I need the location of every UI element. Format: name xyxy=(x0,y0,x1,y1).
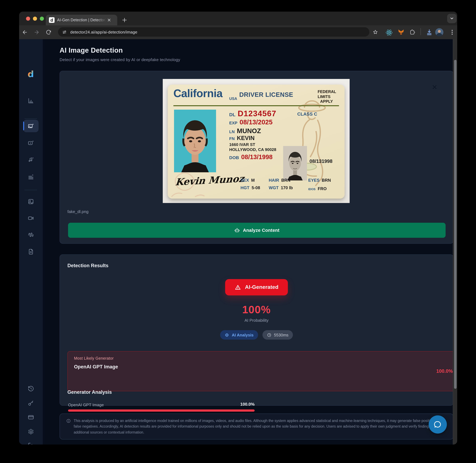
license-portrait xyxy=(174,110,216,172)
sidebar-item-api-keys[interactable] xyxy=(19,400,43,407)
scrollbar-thumb[interactable] xyxy=(454,60,457,389)
sidebar-item-ai-music-detection[interactable] xyxy=(19,156,43,163)
generator-analysis-heading: Generator Analysis xyxy=(67,389,112,395)
license-country: USA xyxy=(229,97,237,101)
minimize-window-button[interactable] xyxy=(33,17,37,20)
processing-time-badge: 5530ms xyxy=(262,330,293,339)
license-wgt-row: WGT170 lb xyxy=(269,186,293,190)
license-card: California USA DRIVER LICENSE FEDERAL LI… xyxy=(168,85,345,199)
license-hair-row: HAIRBRN xyxy=(269,178,291,183)
cpu-chip-icon xyxy=(225,332,229,337)
toolbar-separator xyxy=(421,28,421,35)
disclaimer-card: This analysis is produced by an artifici… xyxy=(60,413,453,439)
tab-search-button[interactable] xyxy=(447,14,457,23)
back-icon[interactable] xyxy=(22,29,28,36)
sidebar-item-ai-image-detection[interactable] xyxy=(23,120,38,132)
license-date-right: 08/131998 xyxy=(310,159,332,164)
generator-progress-track xyxy=(68,410,255,412)
close-window-button[interactable] xyxy=(26,17,30,20)
sidebar-item-dashboard[interactable] xyxy=(19,98,43,104)
chevron-down-icon xyxy=(449,16,454,21)
most-likely-label: Most Likely Generator xyxy=(74,356,453,361)
license-exp-date: 08/13/2025 xyxy=(239,118,273,126)
sidebar-item-billing[interactable] xyxy=(19,414,43,420)
page-subtitle: Detect if your images were created by AI… xyxy=(60,57,453,62)
app-logo[interactable]: d xyxy=(19,69,43,79)
analyze-content-button[interactable]: Analyze Content xyxy=(68,223,446,238)
upload-card: California USA DRIVER LICENSE FEDERAL LI… xyxy=(60,71,453,244)
generator-row-value: 100.0% xyxy=(68,402,255,407)
react-devtools-extension-icon[interactable] xyxy=(385,29,393,36)
forward-icon[interactable] xyxy=(34,29,40,36)
most-likely-generator-box: Most Likely Generator OpenAI GPT Image 1… xyxy=(67,351,457,391)
license-exp-row: EXP 08/13/2025 xyxy=(229,118,273,126)
sidebar-item-image-tools[interactable] xyxy=(19,198,43,205)
bar-chart-icon xyxy=(27,98,34,104)
video-camera-icon xyxy=(27,215,34,222)
warning-triangle-icon xyxy=(235,284,241,291)
sidebar-item-document-tools[interactable] xyxy=(19,249,43,255)
site-favicon: d xyxy=(49,17,55,23)
verdict-badge: AI-Generated xyxy=(225,279,288,295)
browser-toolbar: detector24.ai/app/ai-detection/image xyxy=(19,25,457,39)
license-address1: 1660 IVAR ST xyxy=(229,142,255,147)
license-last-name: MUNOZ xyxy=(237,127,261,135)
license-hgt-row: HGT5-08 xyxy=(240,186,260,190)
verdict-wrap: AI-Generated 100% AI Probability AI Anal… xyxy=(60,279,453,339)
tab-strip: d AI-Gen Detection | Detector24 xyxy=(19,12,457,25)
music-sparkle-icon xyxy=(27,156,34,163)
sidebar-item-history[interactable] xyxy=(19,385,43,392)
downloads-icon[interactable] xyxy=(426,28,433,36)
metamask-extension-icon[interactable] xyxy=(398,29,404,36)
ai-probability-label: AI Probability xyxy=(60,318,453,323)
text-sparkle-icon xyxy=(27,174,34,180)
site-permissions-icon[interactable] xyxy=(62,29,67,35)
license-eyes-row: EYESBRN xyxy=(308,178,331,183)
most-likely-value: 100.0% xyxy=(436,368,453,374)
support-chat-button[interactable] xyxy=(429,415,447,434)
license-dl-row: DL D1234567 xyxy=(229,109,276,118)
sidebar-item-ai-video-detection[interactable] xyxy=(19,140,43,146)
browser-tab[interactable]: d AI-Gen Detection | Detector24 xyxy=(46,15,117,25)
reload-icon[interactable] xyxy=(46,29,52,36)
clock-icon xyxy=(267,332,271,337)
remove-image-icon[interactable] xyxy=(432,84,438,90)
sidebar: d xyxy=(19,39,43,445)
sidebar-item-logout[interactable] xyxy=(19,442,43,445)
verdict-label: AI-Generated xyxy=(245,284,278,290)
document-icon xyxy=(27,249,34,255)
extensions-puzzle-icon[interactable] xyxy=(409,29,415,36)
sidebar-item-settings[interactable] xyxy=(19,428,43,435)
sidebar-item-audio-tools[interactable] xyxy=(19,232,43,238)
disclaimer-text: This analysis is produced by an artifici… xyxy=(74,418,447,435)
svg-text:d: d xyxy=(27,69,34,79)
screen: d AI-Gen Detection | Detector24 detector… xyxy=(0,0,476,463)
license-dl-number: D1234567 xyxy=(238,109,276,118)
generator-progress-fill xyxy=(68,410,255,412)
license-class-row: CLASS C xyxy=(297,112,317,116)
sidebar-divider xyxy=(25,190,37,190)
license-ghost-portrait xyxy=(283,146,307,180)
bookmark-star-icon[interactable] xyxy=(372,29,378,36)
url-bar[interactable]: detector24.ai/app/ai-detection/image xyxy=(58,27,369,37)
tab-title: AI-Gen Detection | Detector24 xyxy=(57,18,107,22)
license-fn-row: FN KEVIN xyxy=(229,135,255,142)
sidebar-item-video-tools[interactable] xyxy=(19,215,43,222)
new-tab-icon[interactable] xyxy=(122,17,127,23)
ai-probability-value: 100% xyxy=(60,303,453,316)
most-likely-name: OpenAI GPT Image xyxy=(74,364,453,370)
ai-analysis-badge: AI Analysis xyxy=(220,330,258,339)
license-doc-type: DRIVER LICENSE xyxy=(239,91,293,98)
zoom-window-button[interactable] xyxy=(40,17,44,20)
info-icon xyxy=(66,418,71,423)
license-address2: HOLLYWOOD, CA 90028 xyxy=(229,147,276,152)
profile-avatar[interactable] xyxy=(435,28,443,36)
image-icon xyxy=(27,198,34,205)
tab-close-icon[interactable] xyxy=(107,18,112,23)
gear-icon xyxy=(27,428,34,435)
url-text: detector24.ai/app/ai-detection/image xyxy=(70,30,137,34)
license-state: California xyxy=(174,87,222,100)
sidebar-item-ai-text-detection[interactable] xyxy=(19,174,43,180)
browser-menu-icon[interactable] xyxy=(449,29,455,36)
license-dob: 08/13/1998 xyxy=(241,153,273,161)
